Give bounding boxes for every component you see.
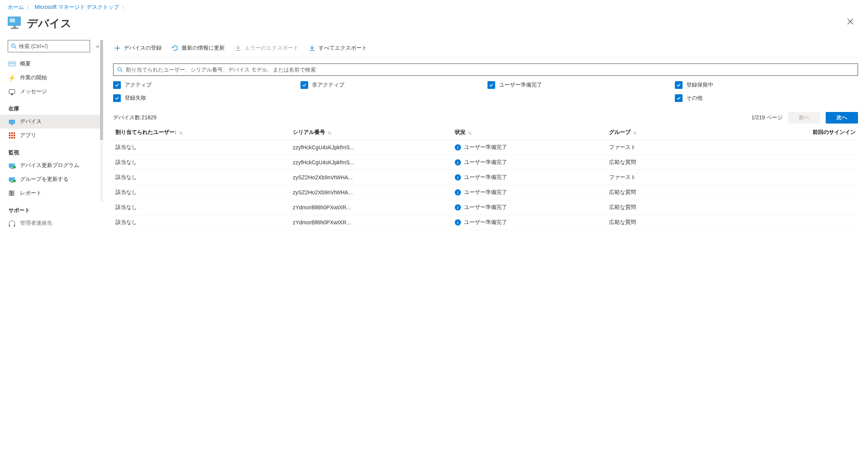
bolt-icon: ⚡ xyxy=(8,74,15,81)
nav-device-updates[interactable]: デバイス更新プログラム xyxy=(0,159,103,172)
info-icon: i xyxy=(455,189,461,195)
nav-devices[interactable]: デバイス xyxy=(0,115,103,129)
sidebar-scrollbar[interactable] xyxy=(100,40,103,202)
register-devices-button[interactable]: デバイスの登録 xyxy=(113,43,162,53)
cell-group: ファースト xyxy=(609,144,748,151)
close-button[interactable] xyxy=(843,15,857,28)
export-all-button[interactable]: すべてエクスポート xyxy=(308,43,368,53)
filter-user-ready[interactable]: ユーザー準備完了 xyxy=(487,81,671,89)
device-search[interactable] xyxy=(113,63,858,76)
col-last-signin[interactable]: 前回のサインイン xyxy=(748,129,856,136)
nav-label: メッセージ xyxy=(20,88,47,95)
nav-reports[interactable]: レポート xyxy=(0,186,103,200)
nav-group-updates[interactable]: グループを更新する xyxy=(0,172,103,186)
nav-label: 管理者連絡先 xyxy=(20,220,52,227)
cell-user: 該当なし xyxy=(115,204,293,211)
cell-status: iユーザー準備完了 xyxy=(455,159,609,166)
monitor-update-icon xyxy=(8,162,15,169)
table-row[interactable]: 該当なしzYdmorBll6h0PXwtXR...iユーザー準備完了広範な質問 xyxy=(113,215,858,230)
table-row[interactable]: 該当なしzYdmorBll6h0PXwtXR...iユーザー準備完了広範な質問 xyxy=(113,200,858,215)
filters: アクティブ 非アクティブ ユーザー準備完了 登録保留中 xyxy=(113,57,858,105)
nav-label: アプリ xyxy=(20,132,36,139)
checkbox-checked-icon[interactable] xyxy=(113,94,121,102)
nav-label: デバイス更新プログラム xyxy=(20,162,79,169)
cell-user: 該当なし xyxy=(115,174,293,181)
sidebar-search-input[interactable] xyxy=(19,43,87,49)
table-row[interactable]: 該当なしzzyfHckCgU4sKJpkfmS...iユーザー準備完了広範な質問 xyxy=(113,155,858,170)
nav-getstarted[interactable]: ⚡ 作業の開始 xyxy=(0,71,103,85)
table-row[interactable]: 該当なしzzyfHckCgU4sKJpkfmS...iユーザー準備完了ファースト xyxy=(113,140,858,155)
cell-user: 該当なし xyxy=(115,144,293,151)
section-inventory: 在庫 xyxy=(8,99,103,115)
button-label: エラーのエクスポート xyxy=(245,45,299,52)
button-label: すべてエクスポート xyxy=(319,45,367,52)
info-icon: i xyxy=(455,159,461,165)
report-icon xyxy=(8,190,15,197)
button-label: デバイスの登録 xyxy=(124,45,162,52)
prev-page-button: 前へ xyxy=(788,112,820,124)
checkbox-checked-icon[interactable] xyxy=(113,81,121,89)
table-header: 割り当てられたユーザー:↑↓ シリアル番号↑↓ 状況↑↓ グループ↑↓ 前回のサ… xyxy=(113,125,858,140)
nav-messages[interactable]: メッセージ xyxy=(0,85,103,99)
cell-group: 広範な質問 xyxy=(609,219,748,226)
table-row[interactable]: 該当なしzySZ2Ho2Xb9nVtWHA...iユーザー準備完了広範な質問 xyxy=(113,185,858,200)
cell-serial: zzyfHckCgU4sKJpkfmS... xyxy=(293,159,455,165)
message-icon xyxy=(8,88,15,95)
table-row[interactable]: 該当なしzySZ2Ho2Xb9nVtWHA...iユーザー準備完了ファースト xyxy=(113,170,858,185)
devices-table: 割り当てられたユーザー:↑↓ シリアル番号↑↓ 状況↑↓ グループ↑↓ 前回のサ… xyxy=(113,125,858,451)
col-user[interactable]: 割り当てられたユーザー:↑↓ xyxy=(115,129,293,136)
search-icon xyxy=(11,43,17,49)
cell-group: 広範な質問 xyxy=(609,159,748,166)
chevron-double-left-icon: « xyxy=(96,43,99,49)
refresh-button[interactable]: 最新の情報に更新 xyxy=(171,43,225,53)
section-support: サポート xyxy=(8,200,103,216)
filter-reg-pending[interactable]: 登録保留中 xyxy=(675,81,858,89)
cell-serial: zzyfHckCgU4sKJpkfmS... xyxy=(293,144,455,150)
filter-label: ユーザー準備完了 xyxy=(499,82,542,89)
cell-status: iユーザー準備完了 xyxy=(455,144,609,151)
checkbox-checked-icon[interactable] xyxy=(675,81,683,89)
pager-info: 1/219 ページ xyxy=(751,114,783,121)
filter-label: 登録保留中 xyxy=(686,82,713,89)
filter-other[interactable]: その他 xyxy=(675,94,858,102)
nav-apps[interactable]: アプリ xyxy=(0,129,103,142)
sort-icon: ↑↓ xyxy=(179,130,182,135)
nav-label: グループを更新する xyxy=(20,176,68,183)
filter-label: 登録失敗 xyxy=(125,95,146,102)
export-errors-button: エラーのエクスポート xyxy=(234,43,299,53)
col-serial[interactable]: シリアル番号↑↓ xyxy=(293,129,455,136)
nav-label: 概要 xyxy=(20,60,31,67)
monitor-icon xyxy=(8,118,15,125)
col-group[interactable]: グループ↑↓ xyxy=(609,129,748,136)
cell-user: 該当なし xyxy=(115,189,293,196)
device-search-input[interactable] xyxy=(126,67,854,73)
devices-icon xyxy=(8,17,22,30)
nav-overview[interactable]: 概要 xyxy=(0,57,103,71)
filter-inactive[interactable]: 非アクティブ xyxy=(300,81,484,89)
checkbox-checked-icon[interactable] xyxy=(487,81,495,89)
info-icon: i xyxy=(455,204,461,210)
sort-icon: ↑↓ xyxy=(327,130,331,135)
sidebar-search[interactable] xyxy=(8,40,90,52)
device-count: デバイス数:21829 xyxy=(113,114,157,121)
nav-label: 作業の開始 xyxy=(20,74,47,81)
filter-label: 非アクティブ xyxy=(312,82,344,89)
next-page-button[interactable]: 次へ xyxy=(826,112,858,124)
filter-active[interactable]: アクティブ xyxy=(113,81,297,89)
toolbar: デバイスの登録 最新の情報に更新 エラーのエクスポート すべてエクスポート xyxy=(113,40,858,57)
nav-admin-contacts[interactable]: 管理者連絡先 xyxy=(0,216,103,230)
cell-serial: zYdmorBll6h0PXwtXR... xyxy=(293,204,455,210)
info-icon: i xyxy=(455,144,461,150)
cell-serial: zYdmorBll6h0PXwtXR... xyxy=(293,219,455,226)
col-status[interactable]: 状況↑↓ xyxy=(455,129,609,136)
checkbox-checked-icon[interactable] xyxy=(300,81,308,89)
checkbox-checked-icon[interactable] xyxy=(675,94,683,102)
cell-group: ファースト xyxy=(609,174,748,181)
filter-reg-failed[interactable]: 登録失敗 xyxy=(113,94,297,102)
sort-icon: ↑↓ xyxy=(468,130,471,135)
breadcrumb: ホーム 〉 Microsoft マネージド デスクトップ 〉 xyxy=(0,0,868,13)
breadcrumb-mmd[interactable]: Microsoft マネージド デスクトップ xyxy=(35,4,119,11)
search-icon xyxy=(117,67,123,72)
breadcrumb-home[interactable]: ホーム xyxy=(8,4,24,11)
main-content: デバイスの登録 最新の情報に更新 エラーのエクスポート すべてエクスポート xyxy=(103,40,868,451)
